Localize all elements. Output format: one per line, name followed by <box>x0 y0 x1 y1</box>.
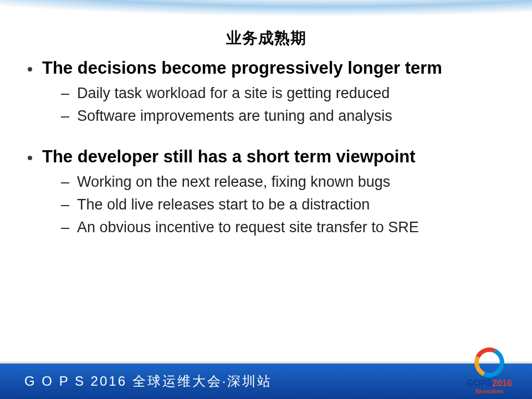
bullet-1-text: The decisions become progressively longe… <box>42 58 442 78</box>
bullet-2-sub-1-text: Working on the next release, fixing know… <box>77 173 390 191</box>
bullet-2-text: The developer still has a short term vie… <box>42 147 416 167</box>
dash-icon: – <box>61 196 69 213</box>
logo-ring-icon <box>473 346 505 378</box>
bullet-1-sub-1-text: Daily task workload for a site is gettin… <box>77 85 390 102</box>
bullet-2-sub-1: – Working on the next release, fixing kn… <box>61 173 510 191</box>
footer-bar: G O P S 2016 全球运维大会·深圳站 <box>0 364 532 399</box>
dash-icon: – <box>61 108 69 125</box>
dash-icon: – <box>61 173 69 191</box>
footer-text: G O P S 2016 全球运维大会·深圳站 <box>24 372 272 390</box>
bullet-1-sub-1: – Daily task workload for a site is gett… <box>61 85 510 102</box>
event-logo: GOPS2016 Shenzhen <box>459 346 520 395</box>
bullet-2-sub-2-text: The old live releases start to be a dist… <box>77 196 370 213</box>
bullet-2-sub-3: – An obvious incentive to request site t… <box>61 219 510 236</box>
dash-icon: – <box>61 85 69 102</box>
slide-content: The decisions become progressively longe… <box>22 58 510 258</box>
slide-title: 业务成熟期 <box>0 28 532 49</box>
header-decorative-streak <box>0 0 532 16</box>
bullet-disc-icon <box>28 67 32 71</box>
bullet-2: The developer still has a short term vie… <box>22 147 510 236</box>
bullet-1: The decisions become progressively longe… <box>22 58 510 125</box>
logo-city: Shenzhen <box>459 388 520 395</box>
logo-text: GOPS2016 <box>459 378 520 388</box>
bullet-2-sub-2: – The old live releases start to be a di… <box>61 196 510 213</box>
bullet-2-sub-3-text: An obvious incentive to request site tra… <box>77 219 419 236</box>
logo-name: GOPS <box>467 378 492 388</box>
dash-icon: – <box>61 219 69 236</box>
bullet-1-sub-2: – Software improvements are tuning and a… <box>61 108 510 125</box>
bullet-1-sub-2-text: Software improvements are tuning and ana… <box>77 108 392 125</box>
bullet-disc-icon <box>28 156 32 160</box>
logo-year: 2016 <box>492 378 512 388</box>
